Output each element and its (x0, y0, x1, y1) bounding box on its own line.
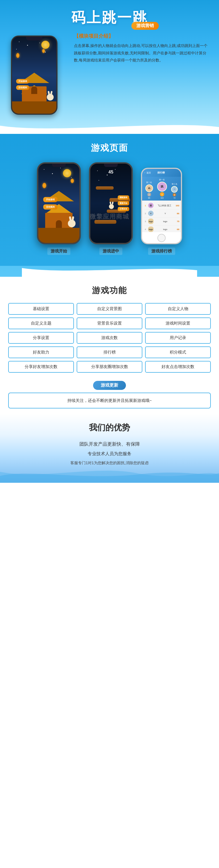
feature-btn-7: 游戏次数 (77, 332, 142, 344)
lb-row-4-score: 68 (177, 228, 179, 230)
rabbit-1 (68, 220, 76, 228)
lb-row-4-rank: 4 (144, 228, 147, 230)
lb-row-1-name: 飞上科技·某工 (155, 204, 175, 207)
rank-3: 第三名 一 3 72 (171, 183, 178, 199)
phone-leaderboard: ← 返回 排行榜 第二名 码 2 86 (141, 168, 182, 255)
lb-row-3-rank: 3 (144, 220, 147, 223)
hero-wave (0, 120, 219, 134)
lantern-2 (71, 179, 74, 183)
lb-row-3: 3 logo logo 75 (144, 217, 179, 225)
adv-wave-bottom (0, 461, 219, 483)
update-box: 持续关注，还会不断的更新并且拓展新游戏哦~ (8, 393, 211, 408)
lb-title: 排行榜 (157, 171, 165, 175)
rank-1: 第一名 跳 1 102 (157, 178, 167, 199)
adv-item-1: 专业技术人员为您服务 (88, 450, 131, 458)
hero-section: 码上跳一跳 游戏营销 (0, 0, 219, 134)
side-btns: 继续游戏 重新开始 分享好友 (118, 195, 129, 211)
rank-2-score: 86 (148, 197, 150, 199)
moon (63, 169, 71, 177)
hero-intro: 【模块项目介绍】 点击屏幕,操作的人物就会自动向上跳动,可以按住人物向上跳;成功… (74, 33, 208, 64)
hero-title: 码上跳一跳 (0, 5, 219, 27)
phone-frame-1: 开始游戏 活动规则 (37, 162, 81, 244)
rank-3-avatar: 一 (171, 186, 178, 193)
lb-row-3-score: 75 (177, 220, 179, 223)
game-character (109, 204, 114, 210)
hero-phone: 开始游戏 活动规则 (11, 35, 66, 115)
advantages-title: 我们的优势 (8, 422, 211, 433)
feature-btn-9: 好友助力 (8, 346, 74, 358)
ground (38, 228, 79, 243)
lb-row-2-score: 86 (177, 212, 179, 215)
feature-btn-4: 背景音乐设置 (77, 317, 142, 329)
game-pages-title: 游戏页面 (5, 142, 214, 154)
rank-2-name: 第二名 (146, 181, 152, 184)
lb-header: ← 返回 排行榜 (142, 169, 181, 177)
notch-1 (52, 164, 66, 167)
start-btn: 开始游戏 (16, 79, 29, 84)
ground (12, 101, 56, 114)
rank-1-avatar: 跳 (157, 182, 167, 191)
intro-body: 点击屏幕,操作的人物就会自动向上跳动,可以按住人物向上跳;成功跳到上面一个跳板获… (74, 42, 208, 64)
phone-game-start: 开始游戏 活动规则 (37, 162, 81, 255)
lb-row-4-name: logo (155, 228, 176, 230)
features-title: 游戏功能 (8, 285, 211, 296)
game-pages-wave (0, 266, 219, 277)
update-badge: 游戏更新 (93, 381, 126, 390)
feature-btn-2: 自定义人物 (145, 303, 211, 315)
screen-leaderboard-3: ← 返回 排行榜 第二名 码 2 86 (142, 169, 181, 232)
feature-btn-10: 排行榜 (77, 346, 142, 358)
feature-btn-6: 分享设置 (8, 332, 74, 344)
game-btn-group: 开始游戏 活动规则 (43, 197, 57, 210)
phone-screen: 开始游戏 活动规则 (12, 37, 56, 114)
lb-row-2-rank: 2 (144, 212, 147, 215)
advantages-section: 我们的优势 团队开发产品更新快、有保障 专业技术人员为您服务 客服专门1对1为您… (0, 414, 219, 483)
lantern-1 (43, 183, 46, 188)
feature-btn-8: 用户记录 (145, 332, 211, 344)
rank-3-name: 第三名 (172, 183, 177, 186)
rules-btn: 活动规则 (16, 85, 29, 90)
feature-btn-14: 好友点击增加次数 (145, 361, 211, 373)
feature-btn-5: 游戏时间设置 (145, 317, 211, 329)
screen-game-play-2: 45 (90, 164, 131, 243)
hero-badge: 游戏营销 (131, 22, 159, 30)
features-grid: 基础设置 自定义背景图 自定义人物 自定义主题 背景音乐设置 游戏时间设置 分享… (8, 303, 211, 373)
notch-2 (104, 164, 118, 167)
adv-item-0: 团队开发产品更新快、有保障 (79, 440, 140, 448)
lantern (42, 49, 45, 53)
game-pages-section: 游戏页面 (0, 134, 219, 277)
lb-row-1-avatar: 跳 (148, 203, 154, 208)
intro-title: 【模块项目介绍】 (74, 33, 208, 39)
feature-btn-3: 自定义主题 (8, 317, 74, 329)
phone-frame-3: ← 返回 排行榜 第二名 码 2 86 (141, 168, 182, 244)
update-section: 游戏更新 持续关注，还会不断的更新并且拓展新游戏哦~ (0, 378, 219, 414)
moon-decoration (41, 41, 50, 49)
lb-row-2-name: Y (155, 212, 176, 215)
update-text: 持续关注，还会不断的更新并且拓展新游戏哦~ (67, 398, 152, 403)
lb-row-2: 2 Y Y 86 (144, 210, 179, 217)
platform-1 (94, 220, 116, 224)
rules-btn-1: 活动规则 (43, 204, 57, 210)
rank-1-name: 第一名 (159, 178, 165, 181)
phones-row: 开始游戏 活动规则 (5, 162, 214, 255)
rabbit-character (47, 94, 54, 100)
rank-1-score: 102 (160, 197, 164, 199)
lb-row-1-score: 102 (176, 204, 179, 207)
lb-row-2-avatar: Y (148, 211, 154, 216)
lb-row-4-avatar: logo (148, 226, 154, 232)
phone-notch (26, 37, 43, 40)
phone-frame-2: 45 (89, 162, 133, 244)
feature-btn-1: 自定义背景图 (77, 303, 142, 315)
rank-3-badge: 3 (173, 193, 176, 196)
phone-game-playing: 45 (89, 162, 133, 255)
lb-row-4: 4 logo logo 68 (144, 225, 179, 232)
lb-row-1-rank: 1 (144, 204, 147, 207)
phone-label-2: 游戏进中 (99, 248, 122, 255)
lb-row-1: 1 跳 飞上科技·某工 102 (144, 202, 179, 210)
lb-top3: 第二名 码 2 86 第一名 跳 1 102 (142, 177, 181, 200)
start-btn-1: 开始游戏 (43, 197, 57, 202)
lb-back: ← 返回 (144, 171, 151, 174)
platform-4 (96, 186, 114, 190)
side-btn-2: 重新开始 (118, 201, 129, 206)
rank-2-avatar: 码 (145, 184, 153, 192)
rank-2: 第二名 码 2 86 (145, 181, 153, 199)
